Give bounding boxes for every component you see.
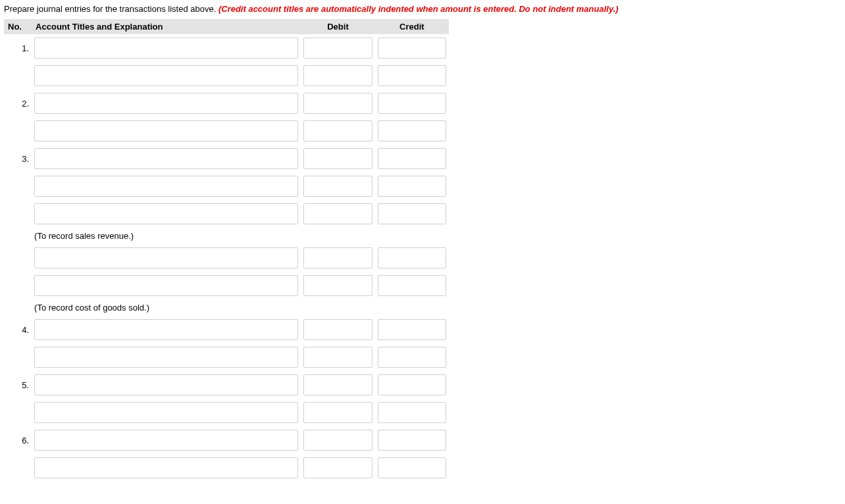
row-number (4, 117, 32, 145)
account-title-input[interactable] (34, 275, 298, 296)
credit-input[interactable] (378, 275, 446, 296)
header-credit: Credit (375, 19, 449, 34)
row-number (4, 172, 32, 200)
table-row (4, 343, 449, 371)
credit-input[interactable] (378, 247, 446, 268)
debit-input[interactable] (303, 38, 372, 59)
instruction-line: Prepare journal entries for the transact… (4, 3, 841, 19)
credit-input[interactable] (378, 93, 446, 114)
table-row: 3. (4, 145, 449, 172)
credit-input[interactable] (378, 38, 446, 59)
debit-input[interactable] (303, 120, 372, 141)
header-debit: Debit (301, 19, 374, 34)
credit-input[interactable] (378, 430, 446, 451)
debit-input[interactable] (303, 430, 372, 451)
account-title-input[interactable] (34, 430, 298, 451)
table-row: 4. (4, 316, 449, 343)
debit-input[interactable] (303, 65, 372, 86)
table-row: 2. (4, 89, 449, 117)
table-row (4, 117, 449, 145)
table-row (4, 272, 449, 299)
credit-input[interactable] (378, 120, 446, 141)
table-row: 5. (4, 371, 449, 399)
debit-input[interactable] (303, 347, 372, 368)
account-title-input[interactable] (34, 38, 298, 59)
row-number: 3. (4, 145, 32, 172)
account-title-input[interactable] (34, 347, 298, 368)
debit-input[interactable] (303, 457, 372, 478)
credit-input[interactable] (378, 374, 446, 395)
account-title-input[interactable] (34, 65, 298, 86)
row-number (4, 399, 32, 426)
account-title-input[interactable] (34, 247, 298, 268)
row-number: 4. (4, 316, 32, 343)
account-title-input[interactable] (34, 203, 298, 224)
row-number: 5. (4, 371, 32, 399)
row-number (4, 244, 32, 272)
debit-input[interactable] (303, 402, 372, 423)
table-header-row: No. Account Titles and Explanation Debit… (4, 19, 449, 34)
row-number: 6. (4, 426, 32, 454)
debit-input[interactable] (303, 93, 372, 114)
table-row: 1. (4, 34, 449, 62)
debit-input[interactable] (303, 247, 372, 268)
row-number (4, 228, 32, 244)
explanation-text: (To record cost of goods sold.) (32, 299, 449, 316)
credit-input[interactable] (378, 319, 446, 340)
instruction-note: (Credit account titles are automatically… (218, 4, 619, 14)
credit-input[interactable] (378, 65, 446, 86)
credit-input[interactable] (378, 203, 446, 224)
row-number: 1. (4, 34, 32, 62)
credit-input[interactable] (378, 176, 446, 197)
row-number: 2. (4, 89, 32, 117)
account-title-input[interactable] (34, 120, 298, 141)
table-row (4, 399, 449, 426)
debit-input[interactable] (303, 275, 372, 296)
credit-input[interactable] (378, 347, 446, 368)
account-title-input[interactable] (34, 319, 298, 340)
account-title-input[interactable] (34, 93, 298, 114)
instruction-text: Prepare journal entries for the transact… (4, 4, 218, 14)
debit-input[interactable] (303, 148, 372, 169)
debit-input[interactable] (303, 374, 372, 395)
row-number (4, 200, 32, 228)
header-no: No. (4, 19, 32, 34)
debit-input[interactable] (303, 319, 372, 340)
row-number (4, 299, 32, 316)
account-title-input[interactable] (34, 457, 298, 478)
table-row: (To record cost of goods sold.) (4, 299, 449, 316)
account-title-input[interactable] (34, 374, 298, 395)
table-row (4, 200, 449, 228)
account-title-input[interactable] (34, 176, 298, 197)
credit-input[interactable] (378, 457, 446, 478)
debit-input[interactable] (303, 176, 372, 197)
debit-input[interactable] (303, 203, 372, 224)
row-number (4, 454, 32, 482)
account-title-input[interactable] (34, 402, 298, 423)
table-row (4, 62, 449, 89)
explanation-text: (To record sales revenue.) (32, 228, 449, 244)
table-row (4, 454, 449, 482)
journal-entries-table: No. Account Titles and Explanation Debit… (4, 19, 449, 482)
row-number (4, 343, 32, 371)
table-row (4, 244, 449, 272)
table-row (4, 172, 449, 200)
table-row: (To record sales revenue.) (4, 228, 449, 244)
account-title-input[interactable] (34, 148, 298, 169)
row-number (4, 62, 32, 89)
row-number (4, 272, 32, 299)
table-row: 6. (4, 426, 449, 454)
credit-input[interactable] (378, 148, 446, 169)
header-title: Account Titles and Explanation (32, 19, 301, 34)
credit-input[interactable] (378, 402, 446, 423)
